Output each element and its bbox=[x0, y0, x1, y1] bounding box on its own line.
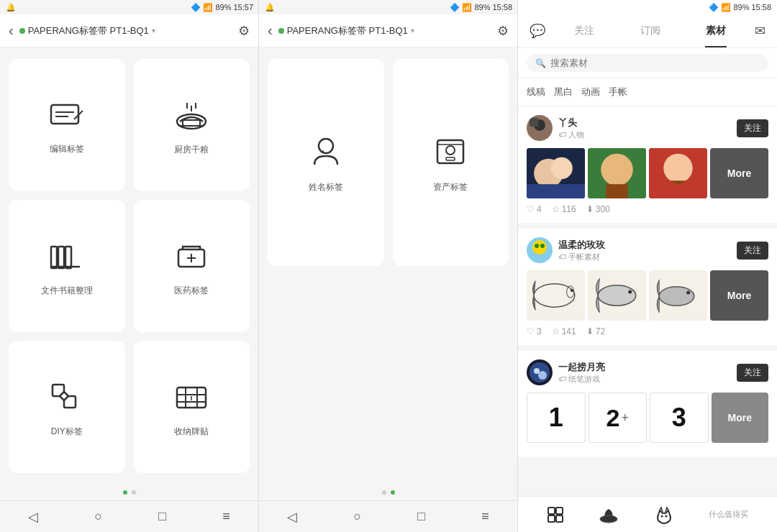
svg-point-45 bbox=[540, 244, 545, 248]
feed-img-3-1[interactable]: 1 bbox=[527, 393, 586, 443]
filter-sketch[interactable]: 线稿 bbox=[527, 84, 545, 100]
connection-dot-left bbox=[19, 28, 25, 34]
rb-nav-hat[interactable] bbox=[599, 505, 619, 525]
dot-1 bbox=[123, 490, 127, 495]
feed-img-3-2[interactable]: 2 + bbox=[589, 393, 648, 443]
recents-nav-middle[interactable]: □ bbox=[417, 509, 425, 524]
bottom-nav-left: ◁ ○ □ ≡ bbox=[0, 500, 258, 532]
feed-img-2-3[interactable] bbox=[649, 270, 707, 321]
grid-item-edit-label[interactable]: 编辑标签 bbox=[9, 59, 125, 191]
user-info-1: 丫头 🏷 人物 bbox=[558, 116, 737, 140]
kitchen-text: 厨房干粮 bbox=[174, 144, 209, 156]
svg-point-24 bbox=[319, 139, 333, 153]
tab-subscribe[interactable]: 订阅 bbox=[617, 14, 683, 47]
rb-nav-cat[interactable] bbox=[654, 505, 674, 525]
filter-bw[interactable]: 黑白 bbox=[554, 84, 573, 100]
svg-rect-6 bbox=[183, 120, 200, 126]
dropdown-arrow-left[interactable]: ▾ bbox=[152, 27, 155, 35]
grid-item-medical[interactable]: 医药标签 bbox=[134, 200, 250, 332]
time-right: 15:58 bbox=[751, 3, 771, 12]
feed-img-3-3[interactable]: 3 bbox=[650, 393, 709, 443]
page-dots-middle bbox=[259, 485, 517, 500]
search-icon: 🔍 bbox=[535, 58, 546, 68]
settings-button-middle[interactable]: ⚙ bbox=[497, 23, 509, 39]
recents-nav-left[interactable]: □ bbox=[158, 509, 166, 524]
filter-anime[interactable]: 动画 bbox=[581, 84, 600, 100]
download-icon-2: ⬇ bbox=[586, 326, 594, 336]
back-nav-middle[interactable]: ◁ bbox=[287, 509, 297, 525]
time-mid: 15:58 bbox=[492, 3, 512, 12]
svg-rect-61 bbox=[556, 508, 563, 514]
feed-img-1-more[interactable]: More bbox=[710, 148, 768, 198]
filter-tabs: 线稿 黑白 动画 手帐 bbox=[518, 78, 777, 106]
tab-follow[interactable]: 关注 bbox=[551, 14, 617, 47]
grid-item-name-label[interactable]: 姓名标签 bbox=[268, 59, 384, 266]
battery-mid: 89% bbox=[474, 3, 490, 12]
feed-img-1-1[interactable] bbox=[527, 148, 585, 198]
feed-scroll: 丫头 🏷 人物 关注 bbox=[518, 106, 777, 496]
bottom-nav-middle: ◁ ○ □ ≡ bbox=[259, 500, 517, 532]
tag-icon-3: 🏷 bbox=[558, 375, 566, 383]
medical-text: 医药标签 bbox=[174, 285, 209, 297]
feed-img-2-1[interactable] bbox=[527, 270, 585, 321]
notification-icon: 🔔 bbox=[6, 3, 16, 12]
stat-downloads-1: ⬇ 300 bbox=[586, 204, 610, 214]
download-icon-1: ⬇ bbox=[586, 204, 594, 214]
menu-nav-middle[interactable]: ≡ bbox=[481, 509, 489, 524]
edit-label-icon bbox=[48, 99, 86, 134]
grid-item-asset-label[interactable]: 资产标签 bbox=[393, 59, 509, 266]
storage-text: 收纳牌贴 bbox=[174, 426, 209, 438]
battery-right: 89% bbox=[733, 3, 749, 12]
bluetooth-icon-mid: 🔷 bbox=[450, 3, 460, 12]
watermark: 什么值得买 bbox=[709, 509, 748, 520]
send-icon[interactable]: ✉ bbox=[749, 23, 771, 39]
feed-img-3-more[interactable]: More bbox=[712, 393, 769, 443]
dot-2 bbox=[132, 490, 136, 495]
feed-img-1-3[interactable] bbox=[649, 148, 707, 198]
feed-img-2-2[interactable] bbox=[588, 270, 646, 321]
home-nav-left[interactable]: ○ bbox=[94, 509, 102, 524]
grid-item-files[interactable]: 文件书籍整理 bbox=[9, 200, 125, 332]
rb-nav-grid[interactable] bbox=[547, 506, 564, 523]
menu-nav-left[interactable]: ≡ bbox=[222, 509, 230, 524]
tab-material[interactable]: 素材 bbox=[683, 14, 749, 47]
svg-rect-63 bbox=[556, 515, 563, 522]
svg-rect-46 bbox=[527, 270, 585, 321]
settings-button-left[interactable]: ⚙ bbox=[238, 23, 250, 39]
nav-bar-left: ‹ PAPERANG标签带 PT1-BQ1 ▾ ⚙ bbox=[0, 14, 258, 47]
stat-stars-2: ☆ 141 bbox=[552, 326, 576, 336]
avatar-3 bbox=[527, 359, 553, 385]
medical-icon bbox=[173, 239, 210, 276]
svg-point-49 bbox=[571, 289, 573, 292]
back-nav-left[interactable]: ◁ bbox=[28, 509, 38, 525]
follow-btn-3[interactable]: 关注 bbox=[737, 364, 768, 382]
bluetooth-icon-right: 🔷 bbox=[709, 3, 719, 12]
search-input[interactable] bbox=[550, 58, 760, 68]
home-nav-middle[interactable]: ○ bbox=[353, 509, 361, 524]
back-button-left[interactable]: ‹ bbox=[9, 22, 14, 39]
grid-item-diy[interactable]: DIY标签 bbox=[9, 341, 125, 473]
more-overlay-2: More bbox=[710, 270, 768, 321]
follow-btn-1[interactable]: 关注 bbox=[737, 119, 768, 137]
filter-sticker[interactable]: 手帐 bbox=[609, 84, 627, 100]
dropdown-arrow-middle[interactable]: ▾ bbox=[411, 27, 414, 35]
device-title-left: PAPERANG标签带 PT1-BQ1 bbox=[28, 24, 149, 37]
notification-icon-mid: 🔔 bbox=[265, 3, 275, 12]
chat-tab-icon[interactable]: 💬 bbox=[524, 23, 551, 39]
heart-icon-1: ♡ bbox=[527, 204, 535, 214]
kitchen-icon bbox=[173, 98, 210, 135]
grid-item-storage[interactable]: 收纳牌贴 bbox=[134, 341, 250, 473]
back-button-middle[interactable]: ‹ bbox=[268, 22, 273, 39]
status-right: 🔷 📶 89% 15:57 bbox=[191, 3, 253, 12]
follow-btn-2[interactable]: 关注 bbox=[737, 242, 768, 260]
files-icon bbox=[48, 239, 86, 276]
wifi-signal-mid: 📶 bbox=[462, 3, 472, 12]
feed-img-2-more[interactable]: More bbox=[710, 270, 768, 321]
feed-img-1-2[interactable] bbox=[588, 148, 646, 198]
svg-rect-13 bbox=[65, 247, 71, 268]
svg-rect-12 bbox=[58, 247, 64, 268]
grid-item-kitchen[interactable]: 厨房干粮 bbox=[134, 59, 250, 191]
storage-icon bbox=[173, 380, 210, 417]
name-label-text: 姓名标签 bbox=[309, 181, 343, 193]
status-left: 🔔 bbox=[6, 3, 16, 12]
